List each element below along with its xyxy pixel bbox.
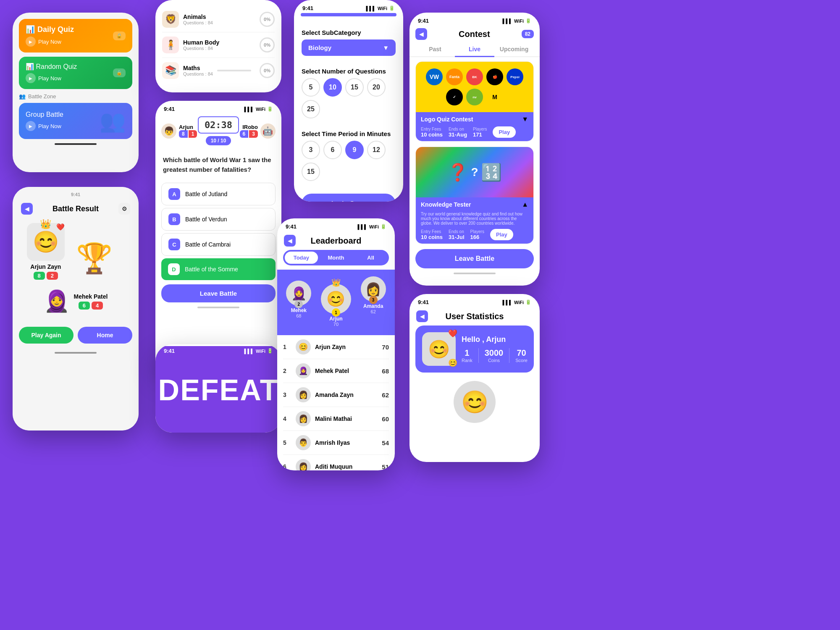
- phone-defeat: 9:41 ▌▌▌WiFi🔋 DEFEAT: [155, 344, 281, 433]
- defeat-text: DEFEAT: [158, 373, 279, 407]
- daily-quiz-card[interactable]: 📊 Daily Quiz ▶ Play Now 🔒: [19, 19, 132, 52]
- back-button[interactable]: ◀: [21, 203, 33, 215]
- time-15[interactable]: 15: [302, 163, 320, 181]
- stats-title: User Statistics: [428, 312, 521, 321]
- lb-row-4: 4 👩 Malini Mathai 60: [283, 407, 389, 431]
- leave-battle-button[interactable]: Leave Battle: [161, 284, 276, 302]
- knowledge-description: Try our world general knowledge quiz and…: [421, 212, 528, 226]
- contest-title: Contest: [427, 29, 522, 39]
- tab-all[interactable]: All: [354, 252, 387, 264]
- tab-upcoming[interactable]: Upcoming: [494, 42, 534, 56]
- time-12[interactable]: 12: [367, 141, 386, 159]
- time-period-pills: 3 6 9 12 15: [302, 141, 396, 181]
- contest-back-button[interactable]: ◀: [415, 28, 427, 40]
- player2-score: 6: [79, 302, 90, 310]
- battle-quiz-header: 👦 Arjun 8 1 02:38 10 / 10 🤖 IRobo 6 3: [155, 114, 281, 150]
- random-quiz-play-btn[interactable]: ▶ Play Now: [26, 73, 77, 83]
- status-bar-4: 9:41 ▌▌▌WiFi🔋: [155, 102, 281, 114]
- humanbody-progress: 0%: [260, 37, 275, 52]
- bottom-avatar-section: 😊: [410, 381, 540, 423]
- nvidia-logo: nv: [466, 89, 483, 105]
- crown-icon: 👑: [331, 278, 341, 287]
- animals-name: Animals: [183, 13, 213, 20]
- podium-section: 🧕 2 Mehek 68 😊 👑 1 Arjun 70 👩 3 Amanda 6…: [277, 270, 395, 335]
- leaderboard-list: 1 😊 Arjun Zayn 70 2 🧕 Mehek Patel 68 3 👩…: [277, 335, 395, 470]
- stat-score: 70 Score: [515, 348, 528, 363]
- option-a[interactable]: A Battle of Jutland: [161, 183, 276, 205]
- podium-1st-avatar: 😊 👑 1: [321, 284, 351, 314]
- logo-quiz-info: Logo Quiz Contest ▼ Entry Fees 10 coins …: [416, 112, 533, 141]
- rank-1-badge: 1: [332, 308, 340, 317]
- logo-quiz-card: VW Fanta BK 🍎 Pepsi ✓ nv M Logo Quiz Con…: [415, 61, 534, 142]
- lb-row-1: 1 😊 Arjun Zayn 70: [283, 335, 389, 359]
- logo-quiz-meta: Entry Fees 10 coins Ends on 31-Aug Playe…: [421, 126, 528, 138]
- settings-button[interactable]: ⚙: [118, 203, 130, 215]
- play-again-button[interactable]: Play Again: [19, 327, 74, 344]
- question-count: 10 / 10: [206, 136, 231, 145]
- player2-section: 🧕 Mehek Patel 6 4: [17, 284, 134, 318]
- group-battle-card[interactable]: Group Battle ▶ Play Now 👥: [19, 103, 132, 139]
- player1-wrong: 2: [47, 272, 58, 280]
- questions-label: Select Number of Questions: [302, 68, 396, 75]
- contest-header: ◀ Contest 82: [410, 26, 540, 42]
- lb-back-button[interactable]: ◀: [284, 235, 296, 247]
- stats-back-button[interactable]: ◀: [416, 310, 428, 322]
- subcategory-dropdown[interactable]: Biology ▼: [302, 39, 396, 56]
- num-5[interactable]: 5: [302, 78, 320, 97]
- player2-battle: 🤖 IRobo 6 3: [240, 123, 276, 139]
- category-list: 🦁 Animals Questions : 84 0% 🧍 Human Body…: [162, 7, 275, 83]
- time-section: Select Time Period in Minutes 3 6 9 12 1…: [294, 124, 403, 187]
- logo-quiz-play-button[interactable]: Play: [493, 126, 516, 138]
- phone-battle-result: 9:41 ◀ Battle Result ⚙ 😊 👑 ❤️ Arjun Zayn…: [13, 187, 139, 430]
- lb-row-3: 3 👩 Amanda Zayn 62: [283, 383, 389, 407]
- random-quiz-title: 📊 Random Quiz: [26, 63, 77, 71]
- num-15[interactable]: 15: [345, 78, 364, 97]
- random-quiz-card[interactable]: 📊 Random Quiz ▶ Play Now 🔒: [19, 57, 132, 89]
- num-25[interactable]: 25: [302, 100, 320, 118]
- player2-name: Mehek Patel: [74, 293, 108, 300]
- timer-display: 02:38: [198, 116, 239, 134]
- daily-quiz-play-btn[interactable]: ▶ Play Now: [26, 37, 74, 47]
- tab-past[interactable]: Past: [415, 42, 455, 56]
- option-c[interactable]: C Battle of Cambrai: [161, 233, 276, 256]
- quiz-question-text: Which battle of World War 1 saw the grea…: [155, 150, 281, 180]
- player2-wrong: 4: [92, 302, 103, 310]
- player1-battle: 👦 Arjun 8 1: [161, 123, 197, 139]
- time-3[interactable]: 3: [302, 141, 320, 159]
- tab-today[interactable]: Today: [285, 252, 318, 264]
- result-players: 😊 👑 ❤️ Arjun Zayn 8 2 🏆: [13, 219, 139, 280]
- player1-battle-name: Arjun: [179, 124, 197, 130]
- num-10[interactable]: 10: [323, 78, 342, 97]
- category-maths[interactable]: 📚 Maths Questions : 84 0%: [162, 58, 275, 83]
- category-animals[interactable]: 🦁 Animals Questions : 84 0%: [162, 7, 275, 32]
- maths-questions: Questions : 84: [183, 71, 213, 76]
- option-b[interactable]: B Battle of Verdun: [161, 208, 276, 231]
- time-9[interactable]: 9: [345, 141, 364, 159]
- pepsi-logo: Pepsi: [507, 68, 523, 85]
- play-circle-3-icon: ▶: [26, 121, 36, 131]
- num-20[interactable]: 20: [367, 78, 386, 97]
- tab-month[interactable]: Month: [320, 252, 353, 264]
- answer-options: A Battle of Jutland B Battle of Verdun C…: [155, 183, 281, 280]
- knowledge-tester-card: ❓?🔢 Knowledge Tester ▲ Try our world gen…: [415, 147, 534, 244]
- group-icon: 👥: [100, 109, 126, 133]
- group-battle-play-btn[interactable]: ▶ Play Now: [26, 121, 63, 131]
- bottom-avatar: 😊: [454, 381, 496, 423]
- option-d[interactable]: D Battle of the Somme: [161, 258, 276, 280]
- category-humanbody[interactable]: 🧍 Human Body Questions : 84 0%: [162, 32, 275, 58]
- time-6[interactable]: 6: [323, 141, 342, 159]
- lb-row-2: 2 🧕 Mehek Patel 68: [283, 359, 389, 383]
- home-button[interactable]: Home: [78, 327, 132, 344]
- player1-score: 8: [34, 272, 45, 280]
- knowledge-play-button[interactable]: Play: [490, 229, 513, 240]
- home-indicator-2: [55, 352, 97, 354]
- subcategory-section: Select SubCategory Biology ▼: [294, 23, 403, 62]
- phone-home: 📊 Daily Quiz ▶ Play Now 🔒 📊 Random Quiz …: [13, 13, 139, 172]
- group-battle-title: Group Battle: [26, 111, 63, 118]
- player1-avatar: 😊 👑 ❤️: [27, 223, 65, 261]
- tab-live[interactable]: Live: [455, 42, 494, 57]
- lets-start-button[interactable]: Let's Start: [302, 194, 396, 202]
- hello-text: Hello , Arjun: [462, 335, 528, 344]
- status-bar-8: 9:41 ▌▌▌WiFi🔋: [410, 14, 540, 26]
- leave-battle-button[interactable]: Leave Battle: [415, 249, 534, 268]
